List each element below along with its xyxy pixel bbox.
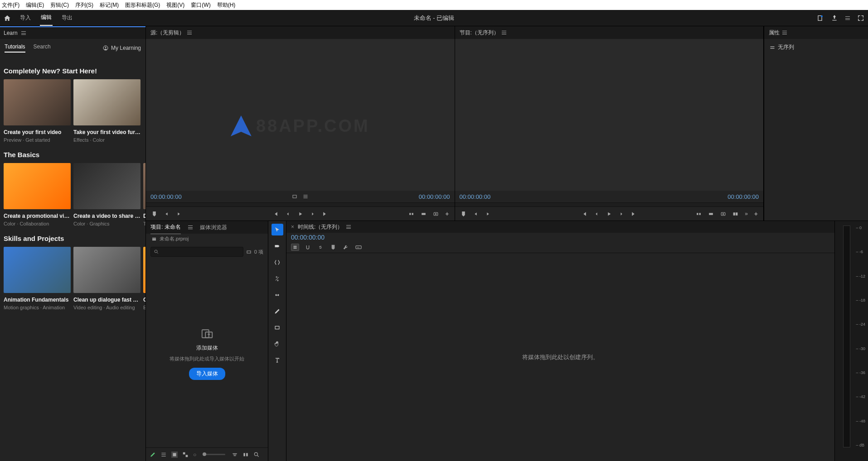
panel-menu-icon[interactable] — [21, 31, 26, 35]
quick-export-icon[interactable] — [816, 14, 824, 22]
freeform-view-icon[interactable] — [182, 451, 189, 458]
tutorial-card[interactable]: Create your first video Preview · Get st… — [4, 79, 71, 143]
zoom-slider[interactable] — [203, 454, 225, 455]
tutorial-card[interactable]: C Ef — [143, 247, 145, 310]
wrench-icon[interactable] — [342, 244, 350, 251]
go-to-in-icon[interactable] — [582, 211, 587, 217]
in-point-icon[interactable] — [164, 211, 170, 217]
insert-icon[interactable] — [408, 211, 414, 217]
panel-menu-icon[interactable] — [502, 31, 506, 34]
audio-meter: 0-6-12-18-24-30-36-42-48dB — [834, 221, 868, 461]
menubar-item[interactable]: 窗口(W) — [191, 1, 210, 9]
linked-selection-icon[interactable] — [316, 244, 325, 251]
menubar-item[interactable]: 序列(S) — [75, 1, 93, 9]
home-icon[interactable] — [4, 14, 11, 22]
step-back-icon[interactable] — [594, 211, 600, 217]
in-point-icon[interactable] — [473, 211, 479, 217]
menubar-item[interactable]: 文件(F) — [2, 1, 19, 9]
step-forward-icon[interactable] — [310, 211, 315, 217]
timeline-dropzone[interactable]: 将媒体拖到此处以创建序列。 — [286, 253, 834, 461]
fit-icon[interactable] — [292, 194, 297, 199]
export-frame-icon[interactable] — [433, 211, 439, 217]
play-icon[interactable] — [297, 211, 303, 217]
new-bin-icon[interactable] — [246, 249, 252, 255]
nest-toggle-icon[interactable] — [291, 244, 299, 251]
source-in-timecode[interactable]: 00:00:00:00 — [150, 193, 182, 200]
project-tab[interactable]: 项目: 未命名 — [150, 221, 181, 234]
menubar-item[interactable]: 编辑(E) — [26, 1, 44, 9]
panel-menu-icon[interactable] — [346, 225, 351, 229]
tutorial-card[interactable]: Clean up dialogue fast wit... Video edit… — [73, 247, 141, 310]
marker-icon[interactable] — [151, 211, 157, 217]
learn-tab-search[interactable]: Search — [34, 43, 51, 53]
slip-tool[interactable] — [272, 289, 283, 301]
icon-view-icon[interactable] — [171, 451, 178, 458]
compare-icon[interactable] — [732, 211, 738, 217]
overwrite-icon[interactable] — [421, 211, 427, 217]
svg-point-20 — [155, 250, 157, 253]
tutorial-card[interactable]: Take your first video further Effects · … — [73, 79, 141, 143]
write-icon[interactable] — [150, 451, 156, 458]
tab-import[interactable]: 导入 — [19, 10, 32, 25]
type-tool[interactable] — [272, 354, 283, 366]
auto-match-icon[interactable] — [242, 451, 249, 458]
pen-tool[interactable] — [272, 305, 283, 317]
menubar-item[interactable]: 视图(V) — [166, 1, 184, 9]
tutorial-card[interactable]: Create a promotional video Color · Colla… — [4, 163, 71, 226]
menubar-item[interactable]: 剪辑(C) — [50, 1, 69, 9]
hand-tool[interactable] — [272, 338, 283, 350]
import-media-button[interactable]: 导入媒体 — [189, 368, 225, 380]
panel-menu-icon[interactable] — [187, 31, 192, 34]
settings-icon[interactable] — [303, 194, 308, 199]
ripple-edit-tool[interactable] — [272, 256, 283, 268]
program-out-timecode[interactable]: 00:00:00:00 — [727, 193, 759, 200]
learn-tab-tutorials[interactable]: Tutorials — [5, 43, 25, 53]
my-learning-link[interactable]: My Learning — [103, 45, 141, 51]
rectangle-tool[interactable] — [272, 322, 283, 333]
project-search-input[interactable] — [150, 247, 243, 257]
tab-edit[interactable]: 编辑 — [40, 10, 53, 26]
find-icon[interactable] — [253, 451, 260, 458]
menubar-item[interactable]: 标记(M) — [100, 1, 119, 9]
timeline-timecode[interactable]: 00:00:00:00 — [286, 233, 834, 242]
step-back-icon[interactable] — [285, 211, 291, 217]
lift-icon[interactable] — [696, 211, 702, 217]
panel-menu-icon[interactable] — [782, 31, 787, 34]
step-forward-icon[interactable] — [618, 211, 624, 217]
snap-icon[interactable] — [304, 244, 312, 251]
add-button-icon[interactable]: + — [754, 210, 758, 217]
media-browser-tab[interactable]: 媒体浏览器 — [200, 221, 227, 234]
sort-icon[interactable] — [232, 451, 238, 458]
go-to-out-icon[interactable] — [630, 211, 636, 217]
add-button-icon[interactable]: + — [445, 210, 449, 217]
menubar-item[interactable]: 图形和标题(G) — [125, 1, 160, 9]
go-to-in-icon[interactable] — [273, 211, 279, 217]
tutorial-card[interactable]: Animation Fundamentals Motion graphics ·… — [4, 247, 71, 310]
play-icon[interactable] — [606, 211, 612, 217]
export-frame-icon[interactable] — [720, 211, 726, 217]
project-dropzone[interactable]: 添加媒体 将媒体拖到此处或导入媒体以开始 导入媒体 — [146, 259, 268, 447]
program-in-timecode[interactable]: 00:00:00:00 — [460, 193, 491, 200]
track-select-tool[interactable] — [272, 240, 283, 252]
out-point-icon[interactable] — [176, 211, 182, 217]
go-to-out-icon[interactable] — [322, 211, 328, 217]
list-view-icon[interactable] — [160, 451, 167, 458]
svg-point-29 — [255, 452, 258, 456]
tab-export[interactable]: 导出 — [61, 10, 73, 25]
menubar-item[interactable]: 帮助(H) — [217, 1, 236, 9]
out-point-icon[interactable] — [485, 211, 491, 217]
fullscreen-icon[interactable] — [857, 14, 864, 22]
tutorial-card[interactable]: Create a video to share on ... Color · G… — [73, 163, 141, 226]
marker-icon[interactable] — [461, 211, 466, 217]
caption-icon[interactable]: cc — [354, 244, 363, 251]
panel-menu-icon[interactable] — [188, 226, 193, 229]
extract-icon[interactable] — [708, 211, 714, 217]
share-icon[interactable] — [831, 14, 838, 22]
tutorial-card[interactable]: D Te — [143, 163, 145, 226]
workspace-menu-icon[interactable] — [845, 16, 850, 20]
source-out-timecode[interactable]: 00:00:00:00 — [419, 193, 450, 200]
selection-tool[interactable] — [272, 224, 283, 235]
marker-add-icon[interactable] — [329, 244, 337, 251]
razor-tool[interactable] — [272, 273, 283, 284]
more-icon[interactable]: » — [745, 211, 748, 217]
